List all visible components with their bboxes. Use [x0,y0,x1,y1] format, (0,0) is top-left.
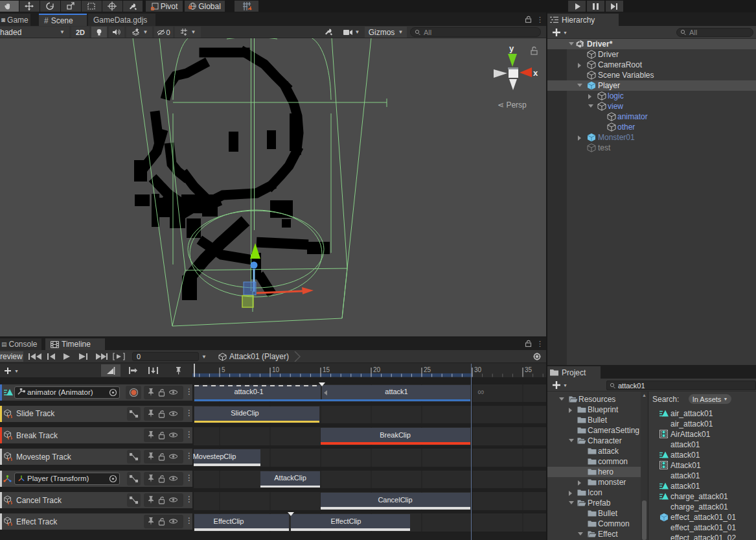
svg-text:15: 15 [323,366,330,373]
svg-text:{ }: { } [8,413,12,418]
svg-text:35: 35 [525,366,533,373]
svg-text:y: y [509,43,514,53]
svg-text:{ }: { } [8,456,12,462]
svg-text:20: 20 [373,366,381,373]
svg-text:⋖ Persp: ⋖ Persp [498,100,527,110]
svg-text:5: 5 [222,366,225,373]
svg-text:30: 30 [474,366,482,373]
svg-text:{ }: { } [8,521,12,526]
svg-text:x: x [533,68,538,78]
svg-text:{ }: { } [8,500,12,505]
svg-text:25: 25 [424,366,431,373]
svg-text:{ }: { } [8,435,12,440]
svg-text:10: 10 [272,366,280,373]
